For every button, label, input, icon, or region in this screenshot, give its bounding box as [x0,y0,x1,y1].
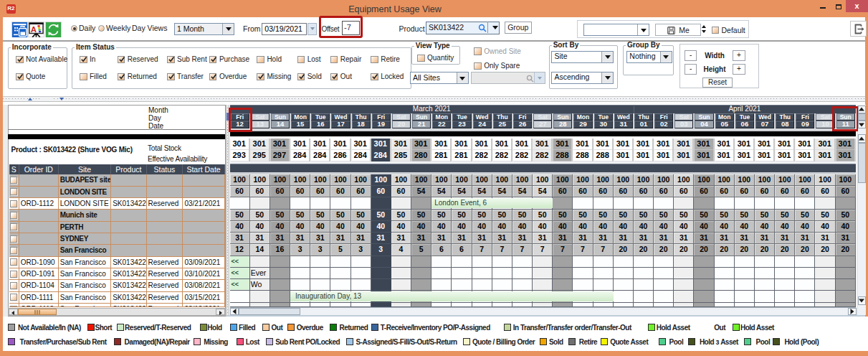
svg-text:A: A [31,24,37,33]
